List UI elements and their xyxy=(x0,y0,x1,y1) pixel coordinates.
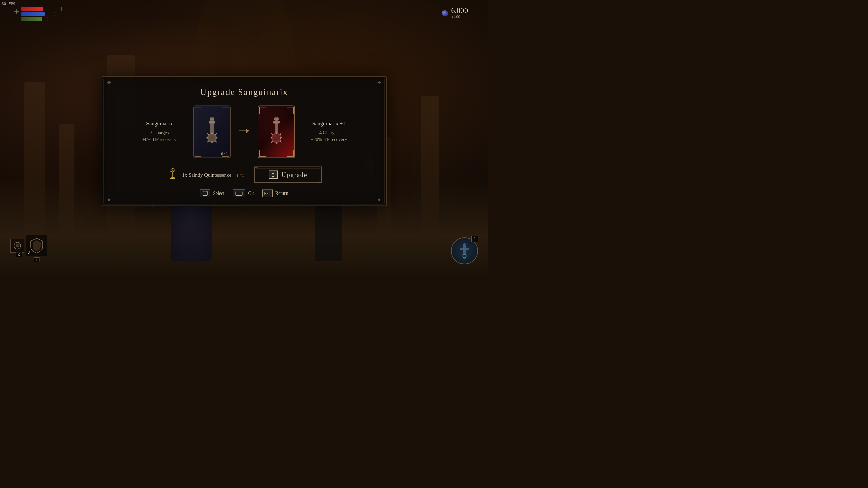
hp-bar xyxy=(21,7,62,11)
fps-counter: 60 FPS xyxy=(2,2,15,6)
svg-rect-27 xyxy=(211,117,213,119)
weapon-before-icon xyxy=(200,116,224,148)
control-return: ESC Return xyxy=(262,190,288,197)
svg-line-52 xyxy=(170,171,171,172)
ingredient-item: 1x Saintly Quintessence 1 / 1 xyxy=(166,169,244,181)
after-charges: 4 Charges xyxy=(295,130,363,135)
item-shield-icon xyxy=(29,237,44,254)
svg-marker-39 xyxy=(280,137,283,139)
svg-rect-15 xyxy=(209,121,215,124)
svg-marker-19 xyxy=(211,142,213,144)
secondary-item-icon xyxy=(13,241,22,250)
svg-marker-20 xyxy=(206,137,208,139)
svg-line-51 xyxy=(170,169,171,169)
svg-rect-31 xyxy=(273,121,280,124)
select-key-icon xyxy=(200,190,210,197)
card-count: 0 / 1 xyxy=(221,151,228,156)
svg-rect-44 xyxy=(274,118,279,120)
before-hp-recovery: +0% HP recovery xyxy=(125,137,193,142)
chalice-svg-icon xyxy=(167,168,178,181)
item-count: 3 xyxy=(28,250,30,255)
control-select: Select xyxy=(200,190,224,197)
svg-point-35 xyxy=(278,139,279,142)
rune-amount: 6,000 xyxy=(451,7,468,14)
svg-marker-21 xyxy=(216,137,218,139)
controls-row: Select ↵ Ok ESC Return xyxy=(116,190,372,197)
svg-marker-36 xyxy=(275,131,277,134)
ingredient-upgrade-row: 1x Saintly Quintessence 1 / 1 E Upgrade xyxy=(116,167,372,183)
svg-marker-42 xyxy=(271,140,273,143)
rune-multiplier: x1.00 xyxy=(451,14,468,19)
svg-line-49 xyxy=(175,169,175,169)
svg-marker-40 xyxy=(271,133,273,136)
minimap-icon xyxy=(454,241,475,261)
after-hp-recovery: +20% HP recovery xyxy=(295,137,363,142)
svg-point-33 xyxy=(273,134,280,142)
ingredient-text: 1x Saintly Quintessence 1 / 1 xyxy=(182,172,244,178)
dialog-corner-br: ✦ xyxy=(377,197,382,203)
ok-label: Ok xyxy=(248,191,254,196)
upgrade-dialog: ✦ ✦ ✦ ✦ Upgrade Sanguinarix Sanguinarix … xyxy=(102,76,387,206)
svg-rect-56 xyxy=(203,191,207,196)
hud-bottomright: 2 xyxy=(451,237,478,264)
svg-rect-30 xyxy=(275,119,278,136)
before-charges: 3 Charges xyxy=(125,130,193,135)
svg-rect-53 xyxy=(172,172,173,178)
dialog-corner-tl: ✦ xyxy=(106,80,112,86)
main-item-slot: 3 xyxy=(26,235,47,256)
square-button-icon xyxy=(202,191,208,196)
item-cards-container: 0 / 1 xyxy=(193,106,295,158)
ingredient-icon xyxy=(166,169,179,181)
emblem-icon xyxy=(14,8,20,15)
svg-marker-29 xyxy=(246,129,249,133)
dialog-corner-tr: ✦ xyxy=(377,80,382,86)
dialog-title: Upgrade Sanguinarix xyxy=(116,87,372,97)
dialog-corner-bl: ✦ xyxy=(106,197,112,203)
key-r-badge: R xyxy=(16,252,22,257)
upgrade-button[interactable]: E Upgrade xyxy=(254,167,321,183)
secondary-item-slot xyxy=(10,239,24,253)
item-slot-number: 1 xyxy=(34,257,40,262)
item-card-before: 0 / 1 xyxy=(193,106,231,158)
svg-marker-37 xyxy=(275,142,277,144)
upgrade-arrow xyxy=(236,128,253,136)
select-label: Select xyxy=(213,191,224,196)
svg-point-32 xyxy=(271,133,281,143)
weapon-after-icon xyxy=(264,116,288,148)
rune-orb-icon xyxy=(442,10,448,16)
esc-key: ESC xyxy=(262,190,273,197)
stamina-bar xyxy=(21,17,48,21)
return-label: Return xyxy=(275,191,288,196)
ok-key-icon: ↵ xyxy=(233,190,245,197)
svg-marker-41 xyxy=(280,133,282,136)
ingredient-count: 1 / 1 xyxy=(236,172,244,177)
minimap-slot-number: 2 xyxy=(471,236,478,242)
svg-point-17 xyxy=(209,135,215,141)
svg-line-50 xyxy=(175,171,175,172)
svg-rect-55 xyxy=(170,178,175,179)
fp-bar xyxy=(21,12,55,16)
control-ok: ↵ Ok xyxy=(233,190,254,197)
before-item-name: Sanguinarix xyxy=(125,120,193,126)
enter-key-icon: ↵ xyxy=(235,191,243,196)
svg-point-47 xyxy=(172,170,173,171)
svg-marker-38 xyxy=(270,137,272,139)
svg-point-9 xyxy=(16,244,19,247)
svg-text:↵: ↵ xyxy=(237,192,238,195)
before-item-stats: Sanguinarix 3 Charges +0% HP recovery xyxy=(125,120,193,143)
item-card-after xyxy=(258,106,295,158)
after-item-name: Sanguinarix +1 xyxy=(295,120,363,126)
after-item-stats: Sanguinarix +1 4 Charges +20% HP recover… xyxy=(295,120,363,143)
svg-point-34 xyxy=(277,141,278,144)
dialog-content: Sanguinarix 3 Charges +0% HP recovery xyxy=(116,106,372,158)
hud-topleft xyxy=(17,7,71,22)
rune-display: 6,000 x1.00 xyxy=(451,7,468,19)
hud-bottomleft: 3 1 R xyxy=(10,235,47,264)
svg-rect-11 xyxy=(460,248,469,250)
hud-topright: 6,000 x1.00 xyxy=(442,7,468,19)
svg-marker-43 xyxy=(280,140,282,143)
svg-rect-45 xyxy=(275,117,278,119)
